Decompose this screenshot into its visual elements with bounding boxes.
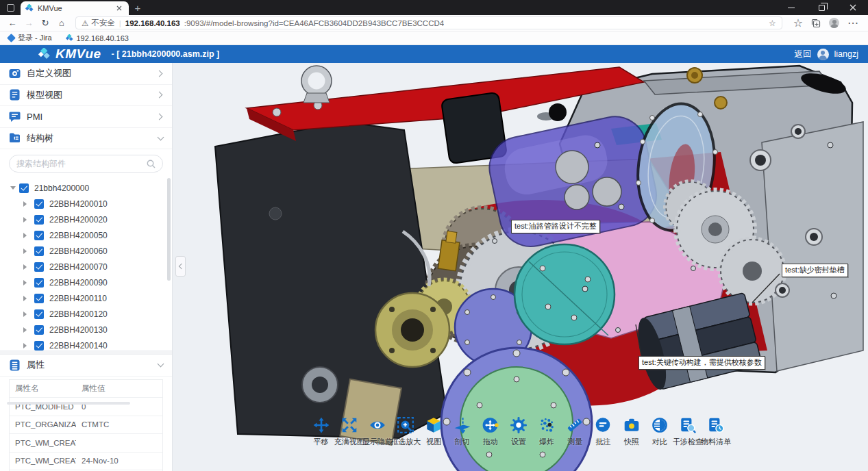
restore-button[interactable]	[806, 0, 837, 15]
sidebar-collapse-handle[interactable]	[175, 256, 186, 277]
tree-node-label[interactable]: 22BBH4200020	[49, 215, 108, 225]
sidebar-item-custom-views[interactable]: 自定义视图	[0, 63, 172, 85]
tree-row[interactable]: 22BBH4200060	[23, 243, 172, 259]
caret-collapsed-icon[interactable]	[23, 327, 29, 333]
bookmark-kmvue[interactable]: 192.168.40.163	[66, 34, 129, 42]
tree-node-label[interactable]: 22BBH4200110	[49, 294, 107, 303]
tree-row-root[interactable]: 21bbh4200000	[11, 180, 172, 196]
tree-row[interactable]: 22BBH4200020	[23, 212, 172, 227]
tool-measure[interactable]: 测量	[561, 416, 589, 447]
annotation-marker[interactable]: test:油路管路设计不完整	[511, 220, 600, 233]
tree-node-label[interactable]: 22BBH4200140	[49, 341, 108, 351]
caret-collapsed-icon[interactable]	[23, 217, 29, 222]
cad-model-canvas[interactable]	[173, 63, 868, 471]
bookmark-label: 登录 - Jira	[18, 33, 52, 43]
tree-node-label[interactable]: 22BBH4200010	[49, 199, 108, 209]
tab-close-icon[interactable]	[114, 3, 124, 13]
tool-annotate[interactable]: 批注	[589, 416, 617, 447]
tool-compare[interactable]: 对比	[645, 416, 673, 447]
sidebar-item-properties[interactable]: 属性	[0, 355, 172, 377]
tab-actions-button[interactable]	[0, 0, 21, 15]
tool-section[interactable]: 剖切	[448, 416, 476, 447]
caret-collapsed-icon[interactable]	[23, 280, 29, 285]
new-tab-button[interactable]: +	[129, 0, 147, 15]
sidebar-scrollbar[interactable]	[167, 178, 171, 281]
back-link[interactable]: 返回	[795, 49, 812, 60]
caret-collapsed-icon[interactable]	[23, 296, 29, 301]
home-button[interactable]: ⌂	[53, 18, 70, 28]
tool-bom[interactable]: 物料清单	[702, 416, 730, 447]
tool-label: 测量	[567, 437, 582, 447]
tree-row[interactable]: 22BBH4200070	[23, 259, 172, 275]
tree-row[interactable]: 22BBH4200110	[23, 290, 172, 306]
checkbox-checked[interactable]	[34, 231, 44, 240]
tool-pan[interactable]: 平移	[307, 416, 335, 447]
tool-snapshot[interactable]: 快照	[617, 416, 645, 447]
tree-node-label[interactable]: 22BBH4200090	[49, 278, 108, 288]
tool-interference-check[interactable]: 干涉检查	[673, 416, 702, 447]
caret-collapsed-icon[interactable]	[23, 343, 29, 348]
checkbox-checked[interactable]	[34, 199, 44, 209]
tree-node-label[interactable]: 22BBH4200050	[49, 231, 108, 240]
search-icon[interactable]	[147, 160, 156, 168]
tree-node-label[interactable]: 22BBH4200070	[49, 262, 108, 272]
sidebar-item-structure-tree[interactable]: 结构树	[0, 128, 172, 150]
caret-expanded-icon[interactable]	[10, 186, 16, 192]
chevron-right-icon	[156, 70, 163, 77]
checkbox-checked[interactable]	[34, 294, 44, 303]
browser-menu-icon[interactable]: ⋯	[847, 16, 858, 29]
annotation-marker[interactable]: test:关键传动构建，需提供校核参数	[638, 356, 765, 370]
refresh-button[interactable]: ↻	[37, 18, 53, 28]
caret-collapsed-icon[interactable]	[23, 201, 29, 207]
user-avatar[interactable]	[817, 49, 829, 60]
favorites-bar-star-icon[interactable]: ☆	[793, 16, 803, 29]
caret-collapsed-icon[interactable]	[23, 264, 29, 270]
profile-avatar[interactable]	[829, 18, 839, 28]
tree-row[interactable]: 22BBH4200140	[23, 338, 172, 351]
tool-settings[interactable]: 设置	[504, 416, 532, 447]
annotation-marker[interactable]: test:缺少密封垫槽	[782, 264, 848, 277]
checkbox-checked[interactable]	[19, 183, 29, 193]
checkbox-checked[interactable]	[34, 262, 44, 272]
search-input[interactable]	[16, 159, 142, 168]
minimize-button[interactable]	[776, 0, 806, 15]
security-chip[interactable]: ⚠ 不安全	[82, 18, 115, 28]
camera-icon	[623, 416, 641, 434]
sidebar-item-pmi[interactable]: PMI	[0, 106, 172, 128]
back-button[interactable]: ←	[4, 18, 21, 28]
url-field[interactable]: ⚠ 不安全 | 192.168.40.163:9093/#/model-brow…	[75, 16, 782, 29]
checkbox-checked[interactable]	[34, 325, 44, 335]
tool-drag[interactable]: 拖动	[476, 416, 504, 447]
tool-explode[interactable]: 爆炸	[533, 416, 561, 447]
tool-view-cube[interactable]: 视图	[420, 416, 448, 447]
checkbox-checked[interactable]	[34, 215, 44, 225]
tool-fit-view[interactable]: 充满视图	[335, 416, 363, 447]
tree-node-label[interactable]: 22BBH4200130	[49, 325, 108, 335]
tree-row[interactable]: 22BBH4200010	[23, 196, 172, 212]
sidebar-item-model-views[interactable]: 模型视图	[0, 85, 172, 107]
tree-node-label[interactable]: 21bbh4200000	[34, 183, 89, 193]
checkbox-checked[interactable]	[34, 341, 44, 351]
tool-box-zoom[interactable]: 框选放大	[392, 416, 420, 447]
model-viewer[interactable]: test:油路管路设计不完整 test:缺少密封垫槽 test:关键传动构建，需…	[173, 63, 868, 471]
tree-node-label[interactable]: 22BBH4200120	[49, 309, 108, 319]
tree-row[interactable]: 22BBH4200120	[23, 306, 172, 322]
caret-collapsed-icon[interactable]	[23, 311, 29, 317]
caret-collapsed-icon[interactable]	[23, 249, 29, 254]
checkbox-checked[interactable]	[34, 246, 44, 256]
bookmark-jira[interactable]: 登录 - Jira	[8, 33, 52, 43]
tool-show-hide[interactable]: 显示隐藏	[363, 416, 391, 447]
collections-icon[interactable]	[811, 18, 821, 28]
checkbox-checked[interactable]	[34, 278, 44, 288]
tree-horizontal-scrollbar[interactable]	[7, 402, 130, 405]
browser-tab-active[interactable]: KMVue	[21, 1, 129, 15]
tree-node-label[interactable]: 22BBH4200060	[49, 246, 108, 256]
tree-row[interactable]: 22BBH4200130	[23, 322, 172, 338]
favorite-star-icon[interactable]: ☆	[769, 18, 776, 28]
tree-row[interactable]: 22BBH4200050	[23, 227, 172, 243]
caret-collapsed-icon[interactable]	[23, 233, 29, 238]
tree-row[interactable]: 22BBH4200090	[23, 275, 172, 290]
checkbox-checked[interactable]	[34, 309, 44, 319]
forward-button[interactable]: →	[21, 18, 37, 28]
close-button[interactable]	[837, 0, 868, 15]
